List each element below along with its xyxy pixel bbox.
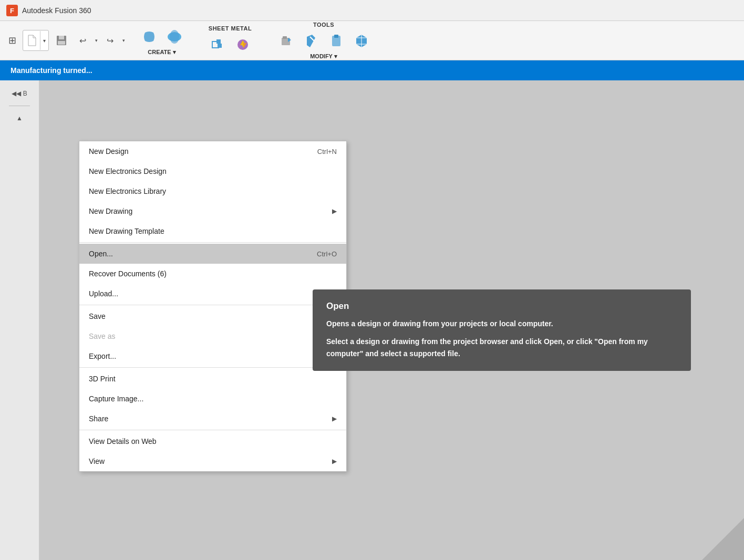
menu-item-view[interactable]: View ▶ [79, 451, 346, 471]
menu-label-recover-documents: Recover Documents (6) [89, 269, 167, 278]
svg-rect-3 [59, 36, 64, 39]
tooltip-line2: Select a design or drawing from the proj… [326, 336, 677, 359]
bottom-right-decoration [702, 518, 744, 560]
menu-item-3d-print[interactable]: 3D Print [79, 369, 346, 389]
shortcut-open: Ctrl+O [317, 250, 337, 258]
view-arrow-icon: ▶ [332, 458, 337, 465]
menu-label-open: Open... [89, 250, 113, 258]
open-tooltip: Open Opens a design or drawing from your… [313, 289, 691, 371]
tools-label: TOOLS [313, 22, 334, 28]
menu-item-new-electronics-library[interactable]: New Electronics Library [79, 181, 346, 201]
menu-label-export: Export... [89, 352, 116, 360]
sidebar: ◀◀ B ▲ [0, 80, 39, 560]
menu-item-capture-image[interactable]: Capture Image... [79, 389, 346, 409]
new-drawing-arrow-icon: ▶ [332, 208, 337, 215]
divider-3 [79, 367, 346, 368]
apps-button[interactable]: ⊞ [4, 32, 20, 49]
tools-tool-1[interactable] [275, 30, 297, 52]
menu-item-open[interactable]: Open... Ctrl+O [79, 244, 346, 264]
ribbon-section-sheet-metal: SHEET METAL [206, 25, 254, 56]
modify-label[interactable]: MODIFY ▾ [310, 53, 337, 60]
surface-create-label: CREATE ▾ [148, 49, 175, 56]
menu-item-new-design[interactable]: New Design Ctrl+N [79, 141, 346, 161]
svg-rect-17 [334, 35, 338, 38]
divider-2 [79, 305, 346, 305]
svg-text:F: F [10, 7, 14, 15]
toolbar: ⊞ ▾ ↩ ▾ ↪ ▾ [0, 21, 744, 60]
tooltip-body: Opens a design or drawing from your proj… [326, 318, 677, 359]
save-button[interactable] [51, 31, 72, 50]
menu-item-save[interactable]: Save Ctrl+S [79, 306, 346, 326]
menu-label-3d-print: 3D Print [89, 375, 116, 383]
shortcut-new-design: Ctrl+N [317, 148, 337, 155]
main-area: ◀◀ B ▲ New Design Ctrl+N New Electronics… [0, 80, 744, 560]
toolbar-ribbon: CREATE ▾ SHEET METAL [128, 22, 740, 60]
sheet-metal-icons [206, 34, 254, 56]
sidebar-back-button[interactable]: ◀◀ B [6, 86, 33, 101]
menu-item-share[interactable]: Share ▶ [79, 409, 346, 429]
undo-redo-group: ↩ ▾ ↪ ▾ [74, 32, 128, 49]
surface-tool-2[interactable] [163, 26, 185, 48]
svg-point-6 [170, 30, 179, 44]
menu-item-export[interactable]: Export... [79, 346, 346, 366]
tools-icons [275, 30, 373, 52]
banner-text: Manufacturing turned... [11, 66, 92, 75]
surface-icons [138, 26, 185, 48]
svg-rect-14 [283, 36, 287, 39]
menu-item-new-electronics-design[interactable]: New Electronics Design [79, 161, 346, 181]
menu-label-save: Save [89, 312, 106, 320]
tools-tool-3[interactable] [325, 30, 347, 52]
tools-tool-4[interactable] [350, 30, 373, 52]
menu-label-view-details: View Details on Web [89, 437, 157, 445]
sidebar-triangle[interactable]: ▲ [6, 110, 33, 126]
menu-label-upload: Upload... [89, 289, 118, 298]
menu-label-new-electronics-design: New Electronics Design [89, 167, 167, 175]
sheet-metal-label: SHEET METAL [209, 25, 252, 32]
menu-label-new-drawing-template: New Drawing Template [89, 227, 164, 235]
menu-label-save-as: Save as [89, 332, 116, 340]
canvas-area: New Design Ctrl+N New Electronics Design… [39, 80, 744, 560]
save-icon [55, 34, 68, 47]
undo-dropdown[interactable]: ▾ [92, 32, 100, 49]
menu-label-new-drawing: New Drawing [89, 207, 132, 215]
menu-item-upload[interactable]: Upload... [79, 284, 346, 304]
undo-button[interactable]: ↩ [74, 32, 91, 49]
menu-item-new-drawing[interactable]: New Drawing ▶ [79, 201, 346, 221]
blue-banner: Manufacturing turned... [0, 60, 744, 80]
file-dropdown-menu: New Design Ctrl+N New Electronics Design… [79, 141, 347, 472]
share-arrow-icon: ▶ [332, 415, 337, 422]
divider-4 [79, 430, 346, 430]
ribbon-section-tools: TOOLS [275, 22, 373, 60]
menu-label-view: View [89, 457, 105, 465]
svg-rect-4 [58, 41, 65, 45]
menu-item-save-as: Save as [79, 326, 346, 346]
grid-icon: ⊞ [8, 35, 16, 46]
app-logo: F [6, 5, 18, 16]
tools-tool-2[interactable] [300, 30, 322, 52]
menu-label-share: Share [89, 414, 108, 423]
svg-rect-9 [218, 44, 222, 48]
menu-item-new-drawing-template[interactable]: New Drawing Template [79, 221, 346, 241]
surface-tool-1[interactable] [138, 26, 160, 48]
menu-item-recover-documents[interactable]: Recover Documents (6) [79, 264, 346, 284]
new-file-icon [23, 31, 40, 50]
tooltip-line1: Opens a design or drawing from your proj… [326, 318, 677, 329]
sheet-metal-tool-2[interactable] [232, 34, 254, 56]
menu-item-view-details[interactable]: View Details on Web [79, 431, 346, 451]
svg-rect-8 [216, 39, 221, 44]
new-file-button[interactable]: ▾ [23, 30, 49, 51]
menu-label-new-design: New Design [89, 147, 128, 155]
title-bar: F Autodesk Fusion 360 [0, 0, 744, 21]
redo-button[interactable]: ↪ [101, 32, 118, 49]
menu-label-capture-image: Capture Image... [89, 395, 143, 403]
ribbon-section-surface: CREATE ▾ [138, 26, 185, 56]
redo-dropdown[interactable]: ▾ [119, 32, 128, 49]
toolbar-left: ⊞ ▾ ↩ ▾ ↪ ▾ [4, 21, 128, 60]
app-title: Autodesk Fusion 360 [22, 6, 91, 15]
menu-label-new-electronics-library: New Electronics Library [89, 187, 166, 195]
sheet-metal-tool-1[interactable] [206, 34, 229, 56]
new-file-dropdown-arrow[interactable]: ▾ [40, 31, 48, 50]
divider-1 [79, 242, 346, 243]
tooltip-title: Open [326, 301, 677, 312]
